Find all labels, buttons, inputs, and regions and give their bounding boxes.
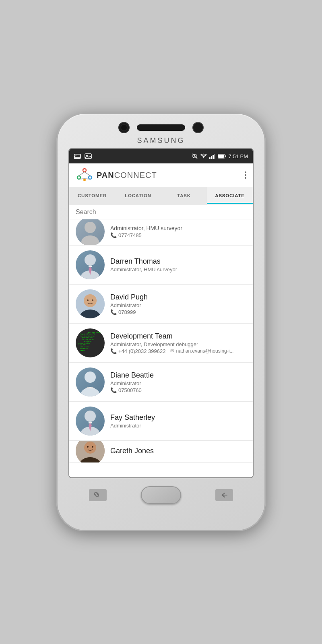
avatar-photo-icon [76,289,105,318]
menu-dot-2 [245,174,246,176]
svg-point-40 [87,446,89,448]
back-icon [221,492,228,498]
svg-line-18 [79,179,85,179]
svg-point-29 [87,299,89,301]
signal-icon [209,153,216,159]
earpiece-speaker [137,124,185,131]
contact-info: David Pugh Administrator 📞 078999 [110,293,246,315]
avatar-male-silhouette-icon [76,250,105,279]
contact-name: Development Team [110,332,246,341]
email-icon: ✉ [170,348,174,354]
svg-point-20 [85,222,96,233]
contact-role: Administrator, HMU surveyor [110,266,246,272]
home-button[interactable] [141,486,181,504]
contact-phone: 📞 +44 (0)2032 399622 [110,348,165,354]
svg-point-31 [85,372,96,383]
list-item[interactable]: Darren Thomas Administrator, HMU surveyo… [69,246,253,285]
contact-phone: 📞 078999 [110,309,246,315]
app-name-light: CONNECT [114,171,157,180]
contact-list: Administrator, HMU surveyor 📞 07747485 [69,219,253,477]
contact-name: Gareth Jones [110,447,246,455]
contact-role: Administrator, Development debugger [110,341,246,347]
image-icon [85,153,93,159]
tab-task[interactable]: TASK [161,187,207,205]
svg-rect-11 [225,155,226,157]
front-camera [118,122,130,133]
tab-bar: CUSTOMER LOCATION TASK ASSOCIATE [69,187,253,205]
list-item[interactable]: Administrator, HMU surveyor 📞 07747485 [69,219,253,246]
svg-point-14 [89,176,92,179]
avatar-silhouette-icon [76,219,105,246]
avatar: def test_survey() log.info("start") for … [76,328,105,357]
contact-role: Administrator [110,302,246,308]
phone-device: SAMSUNG [56,113,266,531]
svg-rect-1 [74,157,80,159]
list-item[interactable]: Fay Satherley Administrator [69,402,253,441]
phone-icon: 📞 [110,348,117,354]
search-input[interactable] [76,208,246,216]
svg-rect-10 [218,155,224,158]
avatar [76,407,105,436]
avatar [76,219,105,246]
svg-rect-8 [214,154,215,159]
svg-rect-25 [89,266,92,267]
mute-icon [192,153,198,159]
clock: 7:51 PM [229,153,248,159]
svg-point-27 [84,294,97,307]
list-item[interactable]: def test_survey() log.info("start") for … [69,324,253,363]
menu-dot-3 [245,177,246,179]
contact-phone: 📞 07500760 [110,387,246,393]
list-item[interactable]: Gareth Jones [69,441,253,463]
contact-email: ✉ nathan.evans@housing-i... [170,348,233,354]
list-item[interactable]: David Pugh Administrator 📞 078999 [69,285,253,324]
app-name: PANCONNECT [97,171,157,180]
tab-associate[interactable]: ASSOCIATE [207,187,253,205]
wifi-icon [200,153,207,159]
contact-role: Administrator [110,423,246,429]
svg-point-21 [81,235,99,246]
svg-point-38 [84,442,96,454]
avatar [76,441,105,463]
status-bar-right-icons: 7:51 PM [192,153,248,159]
phone-hardware-top [64,122,258,133]
contact-name: Fay Satherley [110,413,246,422]
avatar-male-silhouette-2-icon [76,407,105,436]
phone-brand: SAMSUNG [137,136,185,145]
contact-info: Diane Beattie Administrator 📞 07500760 [110,371,246,393]
avatar [76,250,105,279]
back-button[interactable] [215,489,233,501]
contact-details-row: 📞 +44 (0)2032 399622 ✉ nathan.evans@hous… [110,348,246,354]
phone-icon: 📞 [110,387,117,393]
svg-point-33 [85,411,96,422]
contact-info: Fay Satherley Administrator [110,413,246,429]
contact-info: Administrator, HMU surveyor 📞 07747485 [110,225,246,238]
list-item[interactable]: Diane Beattie Administrator 📞 07500760 [69,363,253,402]
app-header: PANCONNECT [69,163,253,187]
status-bar-left-icons [74,153,93,159]
svg-rect-6 [211,156,212,159]
recent-apps-button[interactable] [89,489,107,501]
search-bar [69,205,253,219]
contact-info: Development Team Administrator, Developm… [110,332,246,354]
contact-info: Darren Thomas Administrator, HMU surveyo… [110,257,246,272]
svg-point-13 [77,176,80,179]
tab-customer[interactable]: CUSTOMER [69,187,115,205]
contact-name: Diane Beattie [110,371,246,380]
svg-rect-7 [213,155,214,159]
recent-apps-icon [94,492,102,498]
tab-location[interactable]: LOCATION [115,187,161,205]
app-logo: PANCONNECT [76,167,157,183]
screen-cast-icon [74,153,82,159]
menu-dot-1 [245,171,246,173]
front-sensor [192,122,204,133]
overflow-menu-button[interactable] [245,171,246,179]
svg-line-17 [85,172,90,176]
svg-line-16 [79,172,85,176]
avatar-photo-2-icon [76,441,105,463]
contact-name: David Pugh [110,293,246,301]
phone-icon: 📞 [110,309,117,315]
svg-point-22 [85,254,96,266]
contact-role: Administrator [110,380,246,386]
svg-rect-36 [89,422,92,423]
contact-info: Gareth Jones [110,447,246,455]
